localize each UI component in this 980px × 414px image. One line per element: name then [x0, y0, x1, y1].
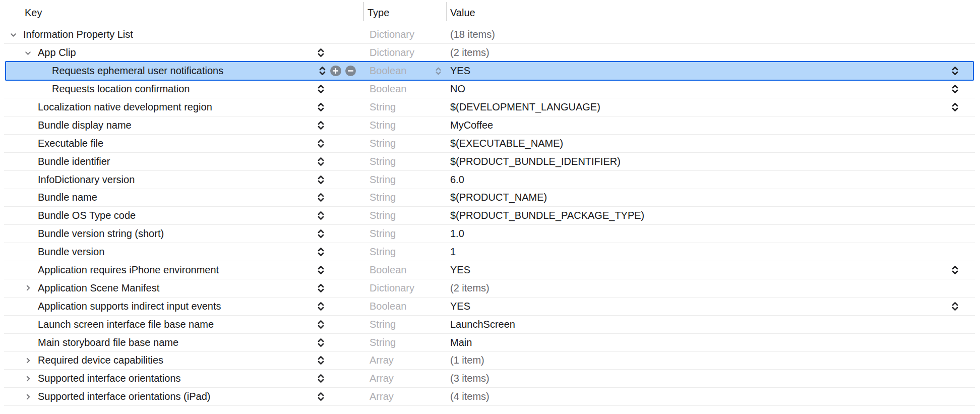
table-row[interactable]: Bundle identifier String $(PRODUCT_BUNDL…: [0, 152, 980, 170]
column-header-key[interactable]: Key: [25, 0, 42, 26]
value-stepper[interactable]: [951, 66, 959, 76]
disclosure-expanded-icon[interactable]: [9, 31, 17, 38]
key-stepper[interactable]: [317, 373, 325, 384]
type-label: Array: [370, 391, 394, 402]
key-controls: [317, 373, 325, 384]
key-stepper[interactable]: [317, 265, 325, 275]
value-label: $(EXECUTABLE_NAME): [450, 138, 563, 149]
value-label: NO: [450, 83, 465, 95]
type-cell: String: [363, 243, 446, 261]
key-label: Application supports indirect input even…: [38, 301, 221, 312]
key-stepper[interactable]: [317, 120, 325, 131]
key-stepper[interactable]: [317, 283, 325, 293]
key-stepper[interactable]: [317, 138, 325, 149]
table-row[interactable]: Supported interface orientations Array (…: [0, 370, 980, 388]
table-row[interactable]: Launch screen interface file base name S…: [0, 315, 980, 333]
table-row[interactable]: Bundle display name String MyCoffee: [0, 116, 980, 134]
table-row[interactable]: Required device capabilities Array (1 it…: [0, 351, 980, 370]
key-controls: [317, 265, 325, 275]
value-cell: 1: [446, 243, 980, 261]
table-row[interactable]: Main storyboard file base name String Ma…: [0, 333, 980, 351]
key-stepper[interactable]: [317, 337, 325, 348]
column-header-type[interactable]: Type: [368, 0, 389, 26]
value-label: YES: [450, 65, 470, 77]
value-label: (1 item): [450, 354, 484, 366]
key-cell: Requests location confirmation: [0, 80, 363, 98]
key-cell: Supported interface orientations (iPad): [0, 388, 363, 406]
key-label: Bundle version: [38, 246, 104, 258]
key-label: Supported interface orientations: [38, 373, 181, 384]
value-label: (4 items): [450, 391, 489, 402]
key-controls: [317, 84, 325, 94]
value-stepper[interactable]: [951, 102, 959, 112]
key-stepper[interactable]: [317, 391, 325, 402]
key-controls: [317, 391, 325, 402]
column-header-value[interactable]: Value: [450, 0, 475, 26]
table-row[interactable]: Bundle version String 1: [0, 243, 980, 261]
key-stepper[interactable]: [317, 156, 325, 167]
value-stepper[interactable]: [951, 84, 959, 94]
value-cell: YES: [446, 62, 980, 80]
value-stepper[interactable]: [951, 301, 959, 312]
type-label: String: [370, 246, 396, 258]
key-stepper[interactable]: [317, 319, 325, 330]
type-label: String: [370, 156, 396, 167]
type-cell: String: [363, 98, 446, 116]
table-row[interactable]: App Clip Dictionary (2 items): [0, 44, 980, 62]
value-cell: 6.0: [446, 170, 980, 189]
type-stepper[interactable]: [435, 67, 442, 76]
table-row[interactable]: Bundle OS Type code String $(PRODUCT_BUN…: [0, 207, 980, 225]
table-row[interactable]: Application supports indirect input even…: [0, 297, 980, 315]
key-stepper[interactable]: [317, 192, 325, 203]
key-stepper[interactable]: [319, 66, 326, 76]
key-label: Bundle display name: [38, 120, 132, 131]
table-row[interactable]: Bundle name String $(PRODUCT_NAME): [0, 189, 980, 207]
value-label: LaunchScreen: [450, 319, 515, 330]
table-row[interactable]: Bundle version string (short) String 1.0: [0, 225, 980, 243]
value-label: YES: [450, 301, 470, 312]
key-stepper[interactable]: [317, 355, 325, 366]
value-stepper[interactable]: [951, 265, 959, 275]
disclosure-expanded-icon[interactable]: [24, 49, 32, 56]
key-stepper[interactable]: [317, 84, 325, 94]
key-stepper[interactable]: [317, 47, 325, 58]
key-label: Application requires iPhone environment: [38, 264, 219, 276]
key-cell: Application requires iPhone environment: [0, 261, 363, 279]
table-row[interactable]: InfoDictionary version String 6.0: [0, 170, 980, 189]
column-separator-type[interactable]: [363, 2, 364, 21]
table-row[interactable]: Requests ephemeral user notifications Bo…: [0, 62, 980, 80]
disclosure-collapsed-icon[interactable]: [24, 393, 32, 400]
remove-row-button[interactable]: [345, 66, 356, 77]
table-row[interactable]: Requests location confirmation Boolean N…: [0, 80, 980, 98]
add-row-button[interactable]: [330, 66, 341, 77]
value-cell: (18 items): [446, 26, 980, 44]
key-label: App Clip: [38, 47, 76, 58]
key-cell: Bundle display name: [0, 116, 363, 134]
table-row[interactable]: Application Scene Manifest Dictionary (2…: [0, 279, 980, 297]
table-row[interactable]: Application requires iPhone environment …: [0, 261, 980, 279]
key-stepper[interactable]: [317, 174, 325, 185]
type-label: String: [370, 192, 396, 203]
column-separator-value[interactable]: [446, 2, 447, 21]
key-cell: App Clip: [0, 44, 363, 62]
key-stepper[interactable]: [317, 102, 325, 112]
table-row[interactable]: Localization native development region S…: [0, 98, 980, 116]
key-controls: [317, 120, 325, 131]
key-stepper[interactable]: [317, 301, 325, 312]
type-cell: Array: [363, 370, 446, 388]
table-row[interactable]: Information Property List Dictionary (18…: [0, 26, 980, 44]
key-label: Launch screen interface file base name: [38, 319, 214, 330]
type-cell: String: [363, 225, 446, 243]
key-stepper[interactable]: [317, 228, 325, 239]
key-cell: Application Scene Manifest: [0, 279, 363, 297]
key-stepper[interactable]: [317, 210, 325, 221]
table-row[interactable]: Supported interface orientations (iPad) …: [0, 388, 980, 406]
table-row[interactable]: Executable file String $(EXECUTABLE_NAME…: [0, 134, 980, 152]
disclosure-collapsed-icon[interactable]: [24, 357, 32, 364]
key-label: Bundle name: [38, 192, 97, 203]
type-label: Array: [370, 354, 394, 366]
key-stepper[interactable]: [317, 247, 325, 257]
type-label: Dictionary: [370, 47, 414, 58]
disclosure-collapsed-icon[interactable]: [24, 375, 32, 382]
disclosure-collapsed-icon[interactable]: [24, 284, 32, 292]
